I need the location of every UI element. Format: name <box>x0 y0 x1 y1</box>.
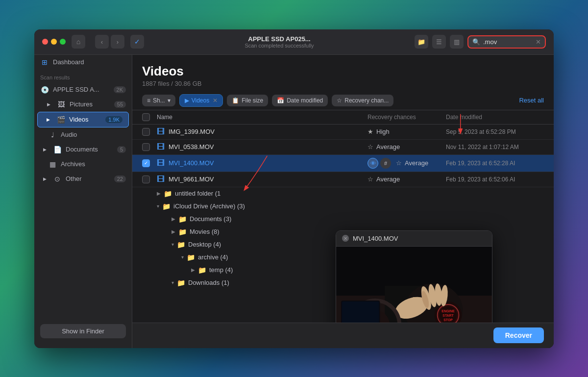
preview-close-button[interactable]: ✕ <box>342 235 349 242</box>
search-clear-button[interactable]: ✕ <box>536 38 541 46</box>
minimize-button[interactable] <box>51 39 57 45</box>
filter-date-button[interactable]: 📅 Date modified <box>272 95 328 106</box>
date-cell-1: Nov 11, 2022 at 1:07:12 AM <box>446 144 544 151</box>
home-button[interactable]: ⌂ <box>72 35 85 49</box>
col-recovery-header[interactable]: Recovery chances <box>368 113 446 121</box>
documents-badge: 5 <box>117 146 126 153</box>
sidebar-item-pictures[interactable]: ▶ 🖼 Pictures 55 <box>34 97 132 112</box>
sidebar-item-audio[interactable]: ♩ Audio <box>34 127 132 142</box>
archives-icon: ▦ <box>48 160 57 168</box>
folder-row[interactable]: ▶ 📁 untitled folder (1 <box>132 187 554 200</box>
date-cell-3: Feb 19, 2023 at 6:52:06 AI <box>446 176 544 183</box>
preview-popup: ✕ MVI_1400.MOV <box>336 230 492 323</box>
home-icon: ⌂ <box>76 38 80 46</box>
sidebar-archives-label: Archives <box>61 160 126 168</box>
video-filter-icon: ▶ <box>185 97 189 104</box>
maximize-button[interactable] <box>60 39 66 45</box>
toolbar-right: 📁 ☰ ▥ 🔍 ✕ <box>415 35 546 49</box>
filter-recovery-button[interactable]: ☆ Recovery chan... <box>332 95 393 106</box>
folder-name-2: Documents (3) <box>190 215 231 223</box>
folder-cell: ▶ 📁 untitled folder (1 <box>157 190 368 198</box>
search-input[interactable] <box>483 38 533 46</box>
chevron-open-icon: ▾ <box>172 280 174 285</box>
header-checkbox[interactable] <box>142 113 150 121</box>
row-checkbox-0[interactable] <box>142 128 150 136</box>
chevron-right-icon-3: ▶ <box>40 147 49 152</box>
preview-button[interactable]: 👁 <box>368 158 378 169</box>
chevron-open-icon: ▾ <box>157 203 159 209</box>
file-cell-1: 🎞 MVI_0538.MOV <box>157 143 368 151</box>
table-row[interactable]: 🎞 MVI_9661.MOV ☆ Average Feb 19, 2023 at… <box>132 172 554 187</box>
folder-icon-7: 📁 <box>177 279 185 287</box>
table-row[interactable]: 🎞 IMG_1399.MOV ★ High Sep 5, 2023 at 6:5… <box>132 125 554 140</box>
show-in-finder-button[interactable]: Show in Finder <box>40 324 126 338</box>
recovery-cell-3: ☆ Average <box>368 176 446 183</box>
file-name-0: IMG_1399.MOV <box>169 128 215 135</box>
panel-button[interactable]: ▥ <box>450 35 464 49</box>
folder-name-5: archive (4) <box>198 253 228 261</box>
date-cell-2: Feb 19, 2023 at 6:52:28 AI <box>446 160 544 167</box>
hash-button[interactable]: # <box>380 158 391 169</box>
folder-name-7: Downloads (1) <box>188 279 229 286</box>
sidebar-item-other[interactable]: ▶ ⊙ Other 22 <box>34 172 132 186</box>
row-actions: 👁 # <box>368 158 391 169</box>
main-area: ⊞ Dashboard Scan results 💿 APPLE SSD A..… <box>34 55 554 348</box>
file-cell-3: 🎞 MVI_9661.MOV <box>157 175 368 184</box>
col-name-header[interactable]: Name <box>157 113 368 121</box>
folder-name-4: Desktop (4) <box>188 241 221 248</box>
folder-icon-1: 📁 <box>162 202 171 210</box>
sidebar-item-videos[interactable]: ▶ 🎬 Videos 1.9K <box>37 112 129 127</box>
chevron-open-icon: ▾ <box>172 242 174 247</box>
filter-date-label: Date modified <box>287 97 323 104</box>
folder-button[interactable]: 📁 <box>415 35 428 49</box>
sidebar-bottom: Show in Finder <box>34 186 132 348</box>
col-date-header[interactable]: Date modified <box>446 113 544 121</box>
sidebar: ⊞ Dashboard Scan results 💿 APPLE SSD A..… <box>34 55 132 348</box>
filter-videos-label: Videos <box>192 97 209 104</box>
sidebar-item-documents[interactable]: ▶ 📄 Documents 5 <box>34 142 132 157</box>
table-row[interactable]: ✓ 🎞 MVI_1400.MOV 👁 # ☆ Average <box>132 155 554 172</box>
list-view-button[interactable]: ☰ <box>432 35 446 49</box>
row-checkbox-1[interactable] <box>142 143 150 151</box>
content-area: Videos 1887 files / 30.86 GB ≡ Sh... ▾ ▶… <box>132 55 554 348</box>
filter-filesize-button[interactable]: 📋 File size <box>227 95 268 106</box>
chevron-open-icon: ▾ <box>181 254 184 260</box>
scan-status-button[interactable]: ✓ <box>130 35 144 49</box>
chevron-icon: ▶ <box>191 267 195 273</box>
video-file-icon-0: 🎞 <box>157 127 165 136</box>
sidebar-other-label: Other <box>66 175 110 182</box>
scan-results-label: Scan results <box>34 70 132 82</box>
window-title: APPLE SSD AP025... <box>248 35 310 43</box>
filter-videos-button[interactable]: ▶ Videos ✕ <box>179 94 223 107</box>
chevron-down-icon: ▾ <box>168 97 171 104</box>
folder-row[interactable]: ▶ 📁 Documents (3) <box>132 213 554 226</box>
table-row[interactable]: 🎞 MVI_0538.MOV ☆ Average Nov 11, 2022 at… <box>132 140 554 155</box>
folder-row[interactable]: ▾ 📁 iCloud Drive (Archive) (3) <box>132 200 554 213</box>
panel-icon: ▥ <box>454 38 460 46</box>
filter-show-button[interactable]: ≡ Sh... ▾ <box>142 95 175 106</box>
close-button[interactable] <box>42 39 48 45</box>
sidebar-item-dashboard[interactable]: ⊞ Dashboard <box>34 55 132 70</box>
chevron-icon: ▶ <box>172 229 175 234</box>
preview-header: ✕ MVI_1400.MOV <box>336 231 492 247</box>
recover-button[interactable]: Recover <box>493 327 544 343</box>
back-button[interactable]: ‹ <box>95 35 109 49</box>
row-checkbox-3[interactable] <box>142 176 150 183</box>
forward-button[interactable]: › <box>111 35 124 49</box>
search-box[interactable]: 🔍 ✕ <box>467 35 546 49</box>
row-checkbox-2[interactable]: ✓ <box>142 159 150 167</box>
sidebar-item-drive[interactable]: 💿 APPLE SSD A... 2K <box>34 82 132 97</box>
preview-svg: ENGINE START STOP <box>336 247 492 323</box>
drive-badge: 2K <box>114 86 126 93</box>
preview-title: MVI_1400.MOV <box>353 235 398 242</box>
folder-icon-4: 📁 <box>177 241 185 249</box>
reset-all-button[interactable]: Reset all <box>519 97 544 104</box>
drive-icon: 💿 <box>40 86 49 94</box>
filter-icon: ≡ <box>147 97 150 104</box>
sidebar-item-archives[interactable]: ▦ Archives <box>34 157 132 172</box>
folder-icon-2: 📁 <box>178 215 187 223</box>
sidebar-audio-label: Audio <box>61 131 126 138</box>
recovery-cell-1: ☆ Average <box>368 143 446 151</box>
video-file-icon-2: 🎞 <box>157 159 165 168</box>
filter-videos-close-icon[interactable]: ✕ <box>213 97 218 104</box>
